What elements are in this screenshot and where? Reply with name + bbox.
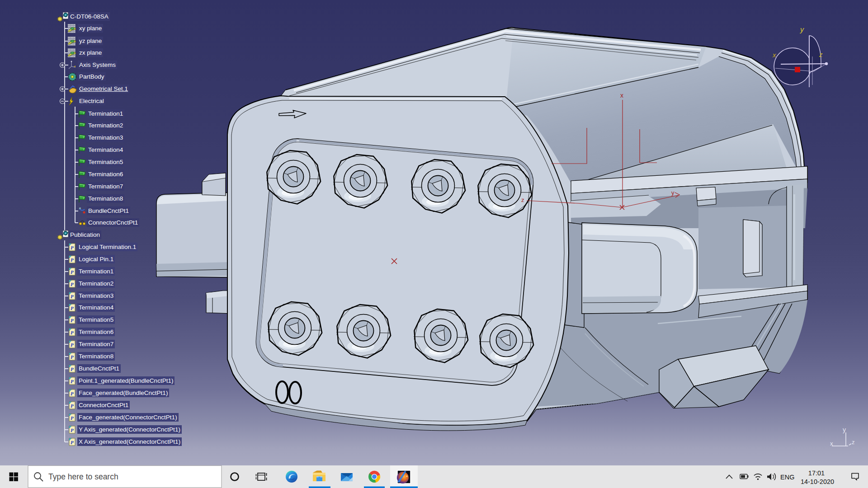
svg-text:x: x (830, 440, 833, 447)
svg-text:P: P (71, 366, 74, 372)
svg-text:P: P (71, 415, 74, 421)
svg-text:P: P (71, 305, 74, 311)
svg-text:P: P (71, 257, 74, 263)
svg-text:z: z (852, 439, 855, 446)
svg-text:P: P (71, 330, 74, 335)
svg-text:P: P (71, 403, 74, 408)
svg-text:P: P (71, 354, 74, 360)
svg-text:Type here to search: Type here to search (48, 472, 118, 481)
svg-text:y: y (800, 26, 804, 33)
svg-text:P: P (71, 342, 74, 347)
svg-text:P: P (71, 282, 74, 287)
svg-text:P: P (71, 379, 74, 384)
svg-text:x: x (772, 51, 776, 59)
svg-text:P: P (71, 440, 74, 445)
svg-text:z: z (819, 51, 823, 58)
svg-text:ENG: ENG (780, 474, 794, 481)
svg-text:P: P (71, 294, 74, 299)
svg-text:y: y (843, 426, 846, 433)
svg-text:P: P (71, 427, 74, 433)
svg-text:P: P (71, 245, 74, 250)
svg-text:x: x (620, 92, 623, 99)
svg-text:P: P (71, 391, 74, 396)
svg-text:P: P (71, 269, 74, 275)
svg-text:z: z (521, 197, 524, 203)
svg-text:P: P (71, 318, 74, 323)
svg-text:14-10-2020: 14-10-2020 (801, 478, 834, 485)
svg-text:y: y (671, 189, 675, 196)
svg-text:17:01: 17:01 (808, 469, 825, 477)
